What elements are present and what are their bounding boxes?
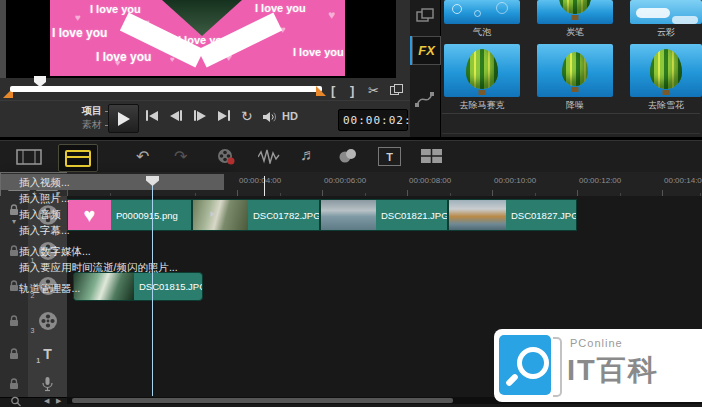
menu-item-insert-photo[interactable]: 插入照片... xyxy=(1,190,224,206)
auto-music-button[interactable]: ♬ xyxy=(300,146,316,164)
title-track-rail[interactable] xyxy=(0,338,29,370)
fx-thumbnail-remove-snow[interactable] xyxy=(630,44,702,97)
balloon-shape xyxy=(466,49,498,89)
ruler-tick-label: 00:00:04:00 xyxy=(239,176,281,185)
brand-title: IT百科 xyxy=(567,351,659,391)
scroll-left-button[interactable]: ◀ xyxy=(44,397,49,405)
fx-item-label: 气泡 xyxy=(444,26,520,39)
ruler-tick-label: 00:00:12:00 xyxy=(579,176,621,185)
trim-handle-right[interactable] xyxy=(316,86,326,96)
submenu-arrow-icon: ▶ xyxy=(211,206,216,222)
menu-item-insert-digital-media[interactable]: 插入数字媒体... xyxy=(1,243,224,259)
motion-path-button[interactable] xyxy=(415,90,435,108)
ruler-tick-label: 00:00:08:00 xyxy=(409,176,451,185)
balloon-shape xyxy=(650,49,682,89)
end-button[interactable] xyxy=(218,110,230,121)
timeline-view-icon xyxy=(65,150,91,167)
timecode-display[interactable]: 00:00:02:02 ▲▼ xyxy=(338,109,408,131)
fx-item-label: 云彩 xyxy=(630,26,702,39)
fx-filter-button[interactable]: FX xyxy=(412,36,441,65)
preview-panel: I love you I love you I love you I love … xyxy=(0,0,410,137)
lock-icon xyxy=(9,378,19,390)
record-capture-button[interactable] xyxy=(216,147,236,167)
fx-label: FX xyxy=(418,43,435,58)
fx-thumbnail-charcoal[interactable] xyxy=(537,0,613,24)
heart-icon: ♥ xyxy=(225,50,232,64)
subtitle-editor-label: T xyxy=(386,151,393,163)
track-number: 3 xyxy=(31,327,35,334)
love-text: I love you xyxy=(96,50,151,64)
voice-track-header[interactable] xyxy=(28,370,68,397)
horizontal-scrollbar-thumb[interactable] xyxy=(72,398,453,403)
preview-left-edge xyxy=(0,0,6,78)
bubble-shape xyxy=(474,10,481,17)
repeat-button[interactable]: ↻ xyxy=(241,108,253,124)
love-video-frame: I love you I love you I love you I love … xyxy=(50,0,345,76)
trim-bar[interactable] xyxy=(10,86,322,92)
library-category-strip: FX xyxy=(410,0,441,137)
photo-fold-transition xyxy=(162,0,242,36)
scroll-right-button[interactable]: ▶ xyxy=(56,397,61,405)
track-number: 1 xyxy=(36,357,40,364)
subtitle-editor-button[interactable]: T xyxy=(378,147,401,166)
fx-item-label: 炭笔 xyxy=(537,26,613,39)
cloud-shape xyxy=(672,16,698,24)
video-clip-3[interactable]: DSC01821.JPG xyxy=(320,199,448,231)
fx-item-label: 降噪 xyxy=(537,99,613,112)
clip-name: DSC01821.JPG xyxy=(376,200,448,230)
menu-item-track-manager[interactable]: 轨道管理器... xyxy=(1,280,224,296)
video-canvas: I love you I love you I love you I love … xyxy=(0,0,396,78)
fx-thumbnail-denoise[interactable] xyxy=(537,44,613,97)
sound-mixer-button[interactable] xyxy=(258,149,280,164)
fit-project-button[interactable] xyxy=(10,396,22,407)
split-screen-template-button[interactable] xyxy=(420,148,443,164)
fx-thumbnail-remove-mosaic[interactable] xyxy=(444,44,520,97)
love-text: I love you xyxy=(293,46,344,58)
timeline-toolbar: ↶ ↷ ♬ T xyxy=(0,140,702,173)
love-text: I love you xyxy=(52,26,107,40)
painting-creator-button[interactable] xyxy=(338,148,360,164)
film-reel-icon xyxy=(37,310,59,332)
mark-in-button[interactable]: [ xyxy=(331,83,335,98)
balloon-shape xyxy=(559,0,591,14)
hd-toggle[interactable]: HD xyxy=(282,110,298,122)
context-menu: 插入视频... 插入照片... 插入音频▶ 插入字幕... 插入数字媒体... … xyxy=(0,172,225,298)
menu-item-insert-timelapse-photo[interactable]: 插入要应用时间流逝/频闪的照片... xyxy=(1,259,224,275)
split-clip-button[interactable]: ✂ xyxy=(368,83,379,98)
logo-bracket xyxy=(553,337,562,397)
voice-track-rail[interactable] xyxy=(0,370,29,397)
heart-icon: ♥ xyxy=(145,18,150,27)
play-button[interactable] xyxy=(108,104,139,133)
fx-thumbnail-cloud[interactable] xyxy=(630,0,702,24)
overlay-3-rail[interactable] xyxy=(0,303,29,338)
menu-item-insert-audio[interactable]: 插入音频▶ xyxy=(1,206,224,222)
playback-controls: 项目 素材 ↻ HD 00:00:02:02 ▲▼ xyxy=(0,100,410,138)
bubble-shape xyxy=(496,2,508,14)
overlay-3-header[interactable]: 3 xyxy=(28,303,68,338)
next-frame-button[interactable] xyxy=(194,110,206,121)
storyboard-view-button[interactable] xyxy=(12,144,46,170)
clip-name: DSC01827.JPG xyxy=(506,200,577,230)
video-clip-4[interactable]: DSC01827.JPG xyxy=(448,199,577,231)
timeline-view-button[interactable] xyxy=(58,144,98,172)
volume-button[interactable] xyxy=(262,111,277,123)
playhead-line[interactable] xyxy=(152,176,153,396)
library-separator xyxy=(442,133,700,134)
fx-thumbnail-bubble[interactable] xyxy=(444,0,520,24)
ruler-tick-label: 00:00:10:00 xyxy=(494,176,536,185)
undo-button[interactable]: ↶ xyxy=(136,147,149,166)
redo-button[interactable]: ↷ xyxy=(174,147,187,166)
menu-item-insert-subtitle[interactable]: 插入字幕... xyxy=(1,222,224,238)
love-text: I love you xyxy=(178,34,229,46)
cloud-shape xyxy=(636,8,670,18)
graphic-overlay-button[interactable] xyxy=(416,8,434,24)
enlarge-preview-button[interactable] xyxy=(390,84,403,96)
bubble-shape xyxy=(452,4,462,14)
mark-out-button[interactable]: ] xyxy=(350,83,354,98)
library-separator xyxy=(442,113,700,114)
home-button[interactable] xyxy=(146,110,158,121)
previous-frame-button[interactable] xyxy=(170,110,182,121)
magnifier-handle xyxy=(505,373,519,387)
title-track-header[interactable]: T 1 xyxy=(28,338,68,370)
menu-item-insert-video[interactable]: 插入视频... xyxy=(1,174,224,190)
